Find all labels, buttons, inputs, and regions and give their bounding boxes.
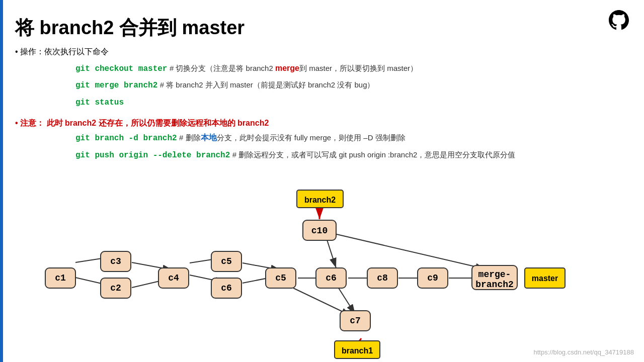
svg-text:c5: c5 [221, 256, 232, 266]
watermark: https://blog.csdn.net/qq_34719188 [534, 348, 634, 356]
branch2-label: branch2 [304, 196, 336, 204]
svg-text:c7: c7 [350, 316, 361, 326]
cmd-line-2: git merge branch2 # 将 branch2 并入到 master… [75, 78, 629, 93]
comment-2: # 将 branch2 并入到 master（前提是测试好 branch2 没有… [160, 80, 375, 89]
note-comment-1a: # 删除 [179, 133, 201, 142]
svg-line-15 [328, 232, 486, 269]
operations-bullet: • 操作：依次执行以下命令 [15, 45, 629, 58]
svg-text:c3: c3 [110, 256, 121, 266]
comment-1b: 到 master，所以要切换到 master） [299, 64, 418, 72]
note-cmd-line-2: git push origin --delete branch2 # 删除远程分… [75, 148, 629, 163]
svg-text:c6: c6 [326, 273, 337, 283]
github-icon [609, 10, 629, 30]
local-highlight: 本地 [201, 133, 217, 142]
cmd-checkout: git checkout master [75, 64, 167, 73]
svg-text:c10: c10 [311, 226, 328, 236]
svg-text:c9: c9 [427, 273, 438, 283]
merge-highlight: merge [275, 64, 299, 72]
cmd-branch-d: git branch -d branch2 [75, 134, 177, 143]
svg-text:c8: c8 [377, 273, 388, 283]
svg-text:c1: c1 [55, 273, 66, 283]
note-bullet: • 注意： 此时 branch2 还存在，所以仍需要删除远程和本地的 branc… [15, 118, 629, 129]
note-cmd-line-1: git branch -d branch2 # 删除本地分支，此时会提示没有 f… [75, 131, 629, 146]
svg-text:merge-: merge- [478, 269, 511, 280]
svg-text:c4: c4 [168, 273, 179, 283]
note-comment-2: # 删除远程分支，或者可以写成 git push origin :branch2… [232, 150, 516, 159]
comment-1a: # 切换分支（注意是将 branch2 [170, 64, 275, 72]
git-diagram: branch2 c10 c1 c3 c2 c4 c5 c6 c5 c6 c8 [0, 181, 644, 362]
svg-text:branch2: branch2 [475, 280, 514, 290]
cmd-line-3: git status [75, 95, 629, 110]
page-title: 将 branch2 合并到 master [15, 15, 245, 41]
svg-text:master: master [532, 274, 558, 283]
svg-text:c5: c5 [275, 273, 286, 283]
cmd-status: git status [75, 98, 124, 107]
svg-text:branch1: branch1 [342, 346, 373, 355]
svg-text:c6: c6 [221, 283, 232, 293]
cmd-merge: git merge branch2 [75, 81, 157, 90]
content-area: • 操作：依次执行以下命令 git checkout master # 切换分支… [15, 45, 629, 165]
svg-text:c2: c2 [110, 283, 121, 293]
cmd-line-1: git checkout master # 切换分支（注意是将 branch2 … [75, 61, 629, 76]
cmd-push-delete: git push origin --delete branch2 [75, 151, 230, 160]
note-comment-1b: 分支，此时会提示没有 fully merge，则使用 –D 强制删除 [217, 133, 406, 142]
